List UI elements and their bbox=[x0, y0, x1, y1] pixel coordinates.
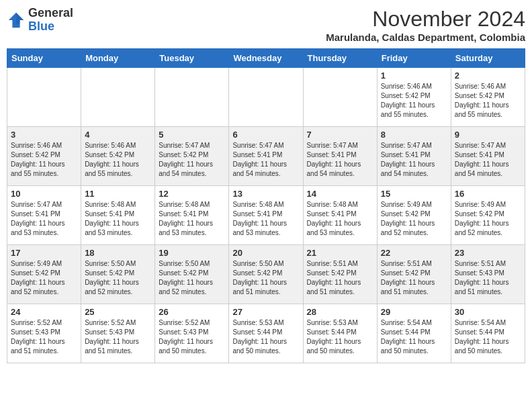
day-info: Sunrise: 5:52 AM Sunset: 5:43 PM Dayligh… bbox=[11, 318, 77, 356]
day-info: Sunrise: 5:51 AM Sunset: 5:43 PM Dayligh… bbox=[455, 259, 521, 297]
calendar-cell bbox=[155, 68, 229, 127]
calendar-cell: 3Sunrise: 5:46 AM Sunset: 5:42 PM Daylig… bbox=[7, 127, 81, 186]
day-number: 7 bbox=[307, 130, 373, 140]
title-block: November 2024 Marulanda, Caldas Departme… bbox=[326, 7, 525, 43]
calendar-cell: 29Sunrise: 5:54 AM Sunset: 5:44 PM Dayli… bbox=[377, 304, 451, 363]
day-number: 23 bbox=[455, 248, 521, 258]
day-info: Sunrise: 5:48 AM Sunset: 5:41 PM Dayligh… bbox=[232, 200, 299, 238]
calendar-cell: 19Sunrise: 5:50 AM Sunset: 5:42 PM Dayli… bbox=[155, 245, 229, 304]
day-number: 17 bbox=[11, 248, 77, 258]
day-number: 5 bbox=[159, 130, 225, 140]
logo-blue: Blue bbox=[28, 19, 54, 33]
weekday-header-thursday: Thursday bbox=[303, 49, 377, 68]
calendar-cell: 24Sunrise: 5:52 AM Sunset: 5:43 PM Dayli… bbox=[7, 304, 81, 363]
day-number: 14 bbox=[307, 189, 373, 199]
day-number: 2 bbox=[455, 71, 521, 81]
calendar-week-3: 10Sunrise: 5:47 AM Sunset: 5:41 PM Dayli… bbox=[7, 186, 525, 245]
calendar-week-2: 3Sunrise: 5:46 AM Sunset: 5:42 PM Daylig… bbox=[7, 127, 525, 186]
calendar-cell: 7Sunrise: 5:47 AM Sunset: 5:41 PM Daylig… bbox=[303, 127, 377, 186]
calendar-cell bbox=[303, 68, 377, 127]
day-number: 1 bbox=[381, 71, 447, 81]
calendar-cell: 15Sunrise: 5:49 AM Sunset: 5:42 PM Dayli… bbox=[377, 186, 451, 245]
calendar-table: SundayMondayTuesdayWednesdayThursdayFrid… bbox=[7, 48, 525, 363]
calendar-cell: 2Sunrise: 5:46 AM Sunset: 5:42 PM Daylig… bbox=[451, 68, 525, 127]
calendar-cell: 16Sunrise: 5:49 AM Sunset: 5:42 PM Dayli… bbox=[451, 186, 525, 245]
day-info: Sunrise: 5:47 AM Sunset: 5:41 PM Dayligh… bbox=[11, 200, 77, 238]
day-number: 21 bbox=[307, 248, 373, 258]
day-number: 25 bbox=[85, 307, 151, 317]
calendar-cell: 25Sunrise: 5:52 AM Sunset: 5:43 PM Dayli… bbox=[81, 304, 155, 363]
calendar-week-4: 17Sunrise: 5:49 AM Sunset: 5:42 PM Dayli… bbox=[7, 245, 525, 304]
calendar-cell: 27Sunrise: 5:53 AM Sunset: 5:44 PM Dayli… bbox=[229, 304, 303, 363]
calendar-cell: 6Sunrise: 5:47 AM Sunset: 5:41 PM Daylig… bbox=[229, 127, 303, 186]
day-info: Sunrise: 5:50 AM Sunset: 5:42 PM Dayligh… bbox=[85, 259, 151, 297]
day-number: 8 bbox=[381, 130, 447, 140]
day-number: 10 bbox=[11, 189, 77, 199]
weekday-header-saturday: Saturday bbox=[451, 49, 525, 68]
calendar-cell: 21Sunrise: 5:51 AM Sunset: 5:42 PM Dayli… bbox=[303, 245, 377, 304]
calendar-cell: 28Sunrise: 5:53 AM Sunset: 5:44 PM Dayli… bbox=[303, 304, 377, 363]
day-info: Sunrise: 5:49 AM Sunset: 5:42 PM Dayligh… bbox=[381, 200, 447, 238]
calendar-week-1: 1Sunrise: 5:46 AM Sunset: 5:42 PM Daylig… bbox=[7, 68, 525, 127]
day-info: Sunrise: 5:46 AM Sunset: 5:42 PM Dayligh… bbox=[85, 141, 151, 179]
day-info: Sunrise: 5:51 AM Sunset: 5:42 PM Dayligh… bbox=[381, 259, 447, 297]
day-info: Sunrise: 5:48 AM Sunset: 5:41 PM Dayligh… bbox=[307, 200, 373, 238]
calendar-cell: 22Sunrise: 5:51 AM Sunset: 5:42 PM Dayli… bbox=[377, 245, 451, 304]
calendar-cell: 13Sunrise: 5:48 AM Sunset: 5:41 PM Dayli… bbox=[229, 186, 303, 245]
day-number: 18 bbox=[85, 248, 151, 258]
day-number: 12 bbox=[159, 189, 225, 199]
day-info: Sunrise: 5:49 AM Sunset: 5:42 PM Dayligh… bbox=[11, 259, 77, 297]
day-number: 4 bbox=[85, 130, 151, 140]
calendar-cell: 14Sunrise: 5:48 AM Sunset: 5:41 PM Dayli… bbox=[303, 186, 377, 245]
logo-general: General bbox=[28, 6, 73, 19]
calendar-cell: 20Sunrise: 5:50 AM Sunset: 5:42 PM Dayli… bbox=[229, 245, 303, 304]
weekday-header-friday: Friday bbox=[377, 49, 451, 68]
day-info: Sunrise: 5:47 AM Sunset: 5:42 PM Dayligh… bbox=[159, 141, 225, 179]
day-number: 22 bbox=[381, 248, 447, 258]
day-info: Sunrise: 5:52 AM Sunset: 5:43 PM Dayligh… bbox=[85, 318, 151, 356]
day-number: 24 bbox=[11, 307, 77, 317]
day-info: Sunrise: 5:53 AM Sunset: 5:44 PM Dayligh… bbox=[232, 318, 299, 356]
day-info: Sunrise: 5:46 AM Sunset: 5:42 PM Dayligh… bbox=[455, 82, 521, 120]
calendar-cell bbox=[81, 68, 155, 127]
day-number: 26 bbox=[159, 307, 225, 317]
calendar-cell: 18Sunrise: 5:50 AM Sunset: 5:42 PM Dayli… bbox=[81, 245, 155, 304]
logo: General Blue bbox=[7, 7, 73, 34]
svg-marker-1 bbox=[16, 13, 24, 24]
weekday-header-sunday: Sunday bbox=[7, 49, 81, 68]
day-number: 15 bbox=[381, 189, 447, 199]
weekday-header-monday: Monday bbox=[81, 49, 155, 68]
calendar-cell: 23Sunrise: 5:51 AM Sunset: 5:43 PM Dayli… bbox=[451, 245, 525, 304]
calendar-cell: 10Sunrise: 5:47 AM Sunset: 5:41 PM Dayli… bbox=[7, 186, 81, 245]
day-number: 29 bbox=[381, 307, 447, 317]
logo-icon bbox=[7, 11, 26, 30]
calendar-cell: 4Sunrise: 5:46 AM Sunset: 5:42 PM Daylig… bbox=[81, 127, 155, 186]
day-number: 28 bbox=[307, 307, 373, 317]
day-info: Sunrise: 5:47 AM Sunset: 5:41 PM Dayligh… bbox=[232, 141, 299, 179]
calendar-cell: 12Sunrise: 5:48 AM Sunset: 5:41 PM Dayli… bbox=[155, 186, 229, 245]
calendar-cell: 8Sunrise: 5:47 AM Sunset: 5:41 PM Daylig… bbox=[377, 127, 451, 186]
day-number: 13 bbox=[232, 189, 299, 199]
day-info: Sunrise: 5:46 AM Sunset: 5:42 PM Dayligh… bbox=[11, 141, 77, 179]
day-info: Sunrise: 5:48 AM Sunset: 5:41 PM Dayligh… bbox=[85, 200, 151, 238]
calendar-cell: 26Sunrise: 5:52 AM Sunset: 5:43 PM Dayli… bbox=[155, 304, 229, 363]
day-info: Sunrise: 5:50 AM Sunset: 5:42 PM Dayligh… bbox=[159, 259, 225, 297]
weekday-header-wednesday: Wednesday bbox=[229, 49, 303, 68]
calendar-week-5: 24Sunrise: 5:52 AM Sunset: 5:43 PM Dayli… bbox=[7, 304, 525, 363]
day-info: Sunrise: 5:47 AM Sunset: 5:41 PM Dayligh… bbox=[455, 141, 521, 179]
logo-text: General Blue bbox=[28, 7, 73, 34]
day-info: Sunrise: 5:48 AM Sunset: 5:41 PM Dayligh… bbox=[159, 200, 225, 238]
calendar-cell bbox=[229, 68, 303, 127]
day-number: 20 bbox=[232, 248, 299, 258]
day-number: 27 bbox=[232, 307, 299, 317]
weekday-header-tuesday: Tuesday bbox=[155, 49, 229, 68]
day-number: 3 bbox=[11, 130, 77, 140]
day-number: 16 bbox=[455, 189, 521, 199]
day-info: Sunrise: 5:52 AM Sunset: 5:43 PM Dayligh… bbox=[159, 318, 225, 356]
day-number: 30 bbox=[455, 307, 521, 317]
calendar-cell: 30Sunrise: 5:54 AM Sunset: 5:44 PM Dayli… bbox=[451, 304, 525, 363]
day-number: 9 bbox=[455, 130, 521, 140]
page-header: General Blue November 2024 Marulanda, Ca… bbox=[7, 7, 525, 43]
day-info: Sunrise: 5:54 AM Sunset: 5:44 PM Dayligh… bbox=[455, 318, 521, 356]
calendar-cell bbox=[7, 68, 81, 127]
